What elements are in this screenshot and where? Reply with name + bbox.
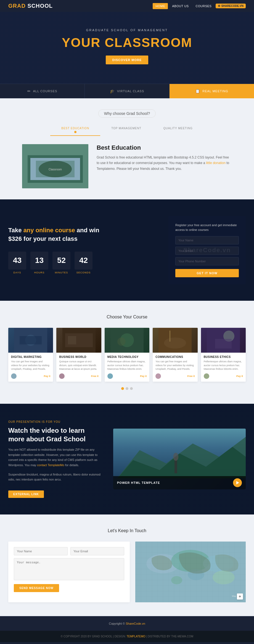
nav-about[interactable]: ABOUT US — [169, 3, 191, 9]
hero-subtitle: GRADUATE SCHOOL OF MANAGEMENT — [8, 28, 246, 32]
site-logo[interactable]: GRAD SCHOOL — [8, 3, 53, 9]
footer-sharecode: ShareCode.vn — [126, 622, 145, 625]
course-footer-5: Pay it — [204, 373, 243, 379]
courses-title: Choose Your Course — [8, 315, 246, 320]
contact-message-input[interactable] — [14, 558, 124, 580]
course-desc-5: Pellentesque ultrices diam magna, auctor… — [204, 360, 243, 371]
play-button[interactable] — [233, 478, 242, 487]
countdown: 43 DAYS 13 HOURS 52 MINUTES 42 SECONDS — [8, 252, 102, 274]
avatar-3 — [107, 373, 113, 379]
external-link-button[interactable]: EXTERNAL LINK — [8, 490, 44, 498]
footer-templatemo-link[interactable]: TEMPLATEMO — [126, 635, 145, 638]
contact-inner: SEND MESSAGE NOW Map — [8, 542, 246, 602]
map-grid — [135, 542, 246, 602]
seconds-number: 42 — [75, 252, 92, 270]
days-label: DAYS — [8, 271, 26, 274]
promo-highlight: any online course — [23, 227, 75, 234]
sharecode-icon: ⚙ — [218, 4, 220, 7]
why-title: Why choose Grad School? — [98, 109, 156, 118]
course-card-communications: COMMUNICATIONS You can get free images a… — [153, 328, 197, 382]
feature-all-courses[interactable]: ✏ ALL COURSES — [0, 84, 85, 98]
hero-title-highlight: YOUR — [62, 35, 101, 50]
send-message-button[interactable]: SEND MESSAGE NOW — [14, 584, 59, 592]
contact-name-input[interactable] — [14, 547, 68, 555]
form-name-row — [14, 547, 124, 555]
course-name-3: MEDIA TECHNOLOGY — [107, 355, 147, 358]
course-desc-2: Quisque cursus augue ut orci dictum, qui… — [59, 360, 98, 371]
course-card-business-world: BUSINESS WORLD Quisque cursus augue ut o… — [56, 328, 101, 382]
feature-virtual-class[interactable]: 🎓 VIRTUAL CLASS — [85, 84, 170, 98]
course-name-4: COMMUNICATIONS — [155, 355, 195, 358]
footer-bottom: © COPYRIGHT 2020 BY GRAD SCHOOL | DESIGN… — [0, 631, 254, 642]
tab-quality-meeting[interactable]: QUALITY MEETING — [152, 125, 204, 136]
contact-section: Let's Keep In Touch SEND MESSAGE NOW — [0, 514, 254, 616]
tab-best-education[interactable]: BEST EDUCATION — [50, 125, 100, 136]
donation-link[interactable]: little donation — [206, 161, 226, 165]
form-email-input[interactable] — [175, 247, 239, 255]
logo-grad: GRAD — [8, 3, 26, 9]
contact-email-input[interactable] — [70, 547, 124, 555]
avatar-5 — [204, 373, 209, 379]
course-thumb-2 — [56, 328, 101, 353]
feature-meeting-label: REAL MEETING — [202, 89, 228, 93]
contact-link[interactable]: contact TemplateMo — [37, 463, 64, 467]
course-name-1: DIGITAL MARKETING — [11, 355, 50, 358]
footer-cta: Copyright © ShareCode.vn — [0, 616, 254, 631]
contact-title: Let's Keep In Touch — [8, 528, 246, 533]
why-section: Why choose Grad School? BEST EDUCATION T… — [0, 98, 254, 199]
form-phone-input[interactable] — [175, 257, 239, 265]
logo-school: SCHOOL — [27, 3, 53, 9]
video-right: POWER HTML TEMPLATE — [113, 429, 246, 489]
video-footer-bar: POWER HTML TEMPLATE — [113, 476, 246, 489]
price-3[interactable]: Pay it — [140, 375, 147, 378]
course-desc-4: You can get free images and videos for y… — [155, 360, 195, 371]
form-name-input[interactable] — [175, 236, 239, 244]
map-placeholder: Map + — [135, 542, 246, 602]
navbar: GRAD SCHOOL HOME ABOUT US COURSES ⚙ SHAR… — [0, 0, 254, 12]
price-4[interactable]: Free it — [187, 375, 195, 378]
price-1[interactable]: Pay it — [44, 375, 50, 378]
education-text: Best Education Grad School is free educa… — [97, 144, 232, 171]
features-bar: ✏ ALL COURSES 🎓 VIRTUAL CLASS 📋 REAL MEE… — [0, 84, 254, 98]
course-desc-1: You can get free images and videos for y… — [11, 360, 50, 371]
nav-courses[interactable]: COURSES — [193, 3, 215, 9]
promo-heading: Take any online course and win $326 for … — [8, 226, 102, 243]
education-description: Grad School is free educational HTML tem… — [97, 155, 232, 171]
feature-real-meeting[interactable]: 📋 REAL MEETING — [170, 84, 254, 98]
map-zoom-button[interactable]: + — [237, 593, 243, 600]
svg-point-16 — [164, 337, 186, 349]
dot-3[interactable] — [130, 387, 133, 390]
video-text2: Suspendisse tincidunt, magna ut finibus … — [8, 472, 102, 482]
get-it-now-button[interactable]: GET IT NOW — [175, 269, 239, 277]
course-footer-3: Pay it — [107, 373, 147, 379]
contact-form: SEND MESSAGE NOW — [8, 542, 130, 602]
nav-home[interactable]: HOME — [153, 3, 168, 9]
svg-point-25 — [173, 453, 178, 461]
video-heading: Watch the video to learn more about Grad… — [8, 426, 102, 443]
video-left: OUR PRESENTATION IS FOR YOU Watch the vi… — [8, 420, 102, 498]
course-card-media-tech: MEDIA TECHNOLOGY Pellentesque ultrices d… — [105, 328, 149, 382]
dot-1[interactable] — [121, 387, 124, 390]
course-thumb-4 — [153, 328, 197, 353]
price-5[interactable]: Pay it — [236, 375, 243, 378]
promo-left: Take any online course and win $326 for … — [8, 226, 102, 274]
minutes-number: 52 — [52, 252, 70, 270]
avatar-2 — [59, 373, 65, 379]
price-2[interactable]: Free it — [91, 375, 99, 378]
svg-rect-11 — [68, 336, 76, 344]
course-footer-1: Pay it — [11, 373, 50, 379]
course-footer-2: Free it — [59, 373, 98, 379]
meeting-icon: 📋 — [195, 89, 200, 93]
hero-section: GRADUATE SCHOOL OF MANAGEMENT YOUR CLASS… — [0, 12, 254, 84]
education-content: Classroom Best Education Grad School is … — [22, 144, 232, 188]
hours-number: 13 — [30, 252, 48, 270]
svg-rect-20 — [215, 339, 232, 349]
courses-section: Choose Your Course DIGITAL MARKETING You… — [0, 301, 254, 404]
dot-2[interactable] — [126, 387, 128, 390]
discover-button[interactable]: DISCOVER MORE — [106, 56, 149, 64]
promo-form: ShareCode.vn Register your free account … — [168, 216, 246, 284]
course-desc-3: Pellentesque ultrices diam magna, auctor… — [107, 360, 147, 371]
course-name-5: BUSINESS ETHICS — [204, 355, 243, 358]
video-footer-title: POWER HTML TEMPLATE — [117, 481, 160, 484]
tab-top-management[interactable]: TOP MANAGEMENT — [100, 125, 152, 136]
